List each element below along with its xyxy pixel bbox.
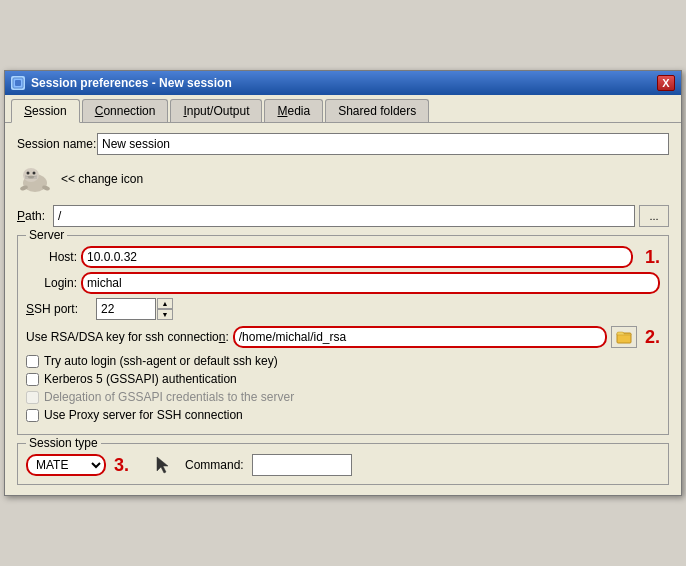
login-label: Login: — [26, 276, 81, 290]
checkbox-kerberos-row: Kerberos 5 (GSSAPI) authentication — [26, 372, 660, 386]
tab-connection-label: Connection — [95, 104, 156, 118]
path-label: Path: — [17, 209, 45, 223]
rsa-input[interactable] — [233, 326, 607, 348]
annotation-1: 1. — [645, 247, 660, 268]
rsa-row: Use RSA/DSA key for ssh connection: 2. — [26, 326, 660, 348]
svg-rect-1 — [15, 80, 21, 86]
tab-inputoutput-label: Input/Output — [183, 104, 249, 118]
tab-session[interactable]: Session — [11, 99, 80, 123]
host-input[interactable] — [81, 246, 633, 268]
window-icon — [11, 76, 25, 90]
command-input[interactable] — [252, 454, 352, 476]
session-type-dropdown[interactable]: MATE GNOME KDE XFCE Custom — [26, 454, 106, 476]
tab-session-label: Session — [24, 104, 67, 118]
login-row: Login: — [26, 272, 660, 294]
path-row: Path: ... — [17, 205, 669, 227]
seal-svg — [17, 161, 53, 197]
cursor-icon — [153, 455, 169, 475]
ssh-port-down[interactable]: ▼ — [157, 309, 173, 320]
checkbox-autologin-row: Try auto login (ssh-agent or default ssh… — [26, 354, 660, 368]
session-name-row: Session name: — [17, 133, 669, 155]
title-bar: Session preferences - New session X — [5, 71, 681, 95]
session-name-input[interactable] — [97, 133, 669, 155]
checkbox-autologin-label: Try auto login (ssh-agent or default ssh… — [44, 354, 278, 368]
ssh-port-input[interactable] — [96, 298, 156, 320]
svg-point-4 — [27, 172, 30, 175]
tab-media-label: Media — [277, 104, 310, 118]
host-label: Host: — [26, 250, 81, 264]
ssh-port-label: SSH port: — [26, 302, 96, 316]
command-label: Command: — [185, 458, 244, 472]
checkboxes-area: Try auto login (ssh-agent or default ssh… — [26, 354, 660, 422]
checkbox-proxy-row: Use Proxy server for SSH connection — [26, 408, 660, 422]
close-button[interactable]: X — [657, 75, 675, 91]
title-bar-left: Session preferences - New session — [11, 76, 232, 90]
checkbox-proxy[interactable] — [26, 409, 39, 422]
session-content: Session name: — [5, 123, 681, 495]
svg-marker-14 — [157, 457, 168, 473]
checkbox-autologin[interactable] — [26, 355, 39, 368]
session-type-section: Session type MATE GNOME KDE XFCE Custom … — [17, 443, 669, 485]
icon-area: << change icon — [17, 161, 669, 197]
folder-icon — [616, 329, 632, 345]
svg-point-3 — [23, 168, 39, 182]
checkbox-delegation[interactable] — [26, 391, 39, 404]
tabs-bar: Session Connection Input/Output Media Sh… — [5, 95, 681, 123]
tab-connection[interactable]: Connection — [82, 99, 169, 122]
tab-sharedfolders-label: Shared folders — [338, 104, 416, 118]
checkbox-kerberos[interactable] — [26, 373, 39, 386]
session-icon — [17, 161, 53, 197]
rsa-label: Use RSA/DSA key for ssh connection: — [26, 330, 229, 344]
path-input[interactable] — [53, 205, 635, 227]
session-type-section-label: Session type — [26, 436, 101, 450]
ssh-port-spinners: ▲ ▼ — [157, 298, 173, 320]
rsa-browse-button[interactable] — [611, 326, 637, 348]
checkbox-kerberos-label: Kerberos 5 (GSSAPI) authentication — [44, 372, 237, 386]
host-row: Host: 1. — [26, 246, 660, 268]
annotation-2: 2. — [645, 327, 660, 348]
tab-media[interactable]: Media — [264, 99, 323, 122]
annotation-3: 3. — [114, 455, 129, 476]
change-icon-link[interactable]: << change icon — [61, 172, 143, 186]
server-group: Server Host: 1. Login: SSH port: ▲ ▼ — [17, 235, 669, 435]
svg-point-5 — [33, 172, 36, 175]
main-window: Session preferences - New session X Sess… — [4, 70, 682, 496]
checkbox-delegation-row: Delegation of GSSAPI credentials to the … — [26, 390, 660, 404]
checkbox-proxy-label: Use Proxy server for SSH connection — [44, 408, 243, 422]
window-title: Session preferences - New session — [31, 76, 232, 90]
tab-sharedfolders[interactable]: Shared folders — [325, 99, 429, 122]
session-name-label: Session name: — [17, 137, 97, 151]
server-group-label: Server — [26, 228, 67, 242]
session-type-row: MATE GNOME KDE XFCE Custom 3. Command: — [26, 454, 660, 476]
checkbox-delegation-label: Delegation of GSSAPI credentials to the … — [44, 390, 294, 404]
ssh-port-up[interactable]: ▲ — [157, 298, 173, 309]
tab-inputoutput[interactable]: Input/Output — [170, 99, 262, 122]
path-browse-button[interactable]: ... — [639, 205, 669, 227]
login-input[interactable] — [81, 272, 660, 294]
ssh-port-row: SSH port: ▲ ▼ — [26, 298, 660, 320]
